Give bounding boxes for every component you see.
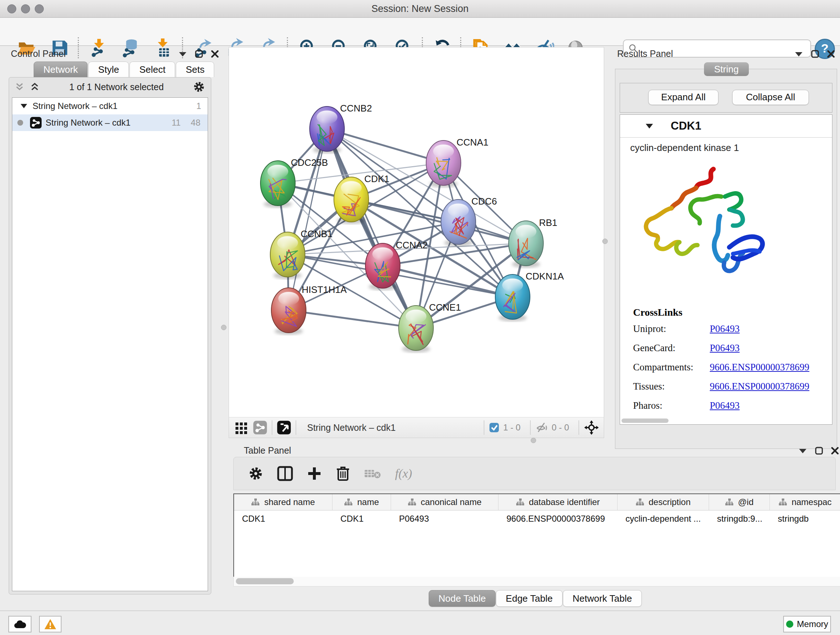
float-panel-icon[interactable] xyxy=(798,448,807,454)
column-header-database-identifier[interactable]: database identifier xyxy=(499,494,617,510)
birdseye-icon[interactable] xyxy=(277,420,291,435)
tree-expand-icon[interactable] xyxy=(20,103,27,109)
maximize-panel-icon[interactable] xyxy=(815,447,823,455)
control-panel-tabs: NetworkStyleSelectSets xyxy=(34,62,215,77)
network-edge[interactable] xyxy=(327,129,416,328)
table-hscroll-thumb[interactable] xyxy=(236,578,294,584)
cloud-icon xyxy=(13,619,27,629)
collapse-entry-icon[interactable] xyxy=(645,123,653,129)
network-node-count: 11 xyxy=(172,118,180,128)
network-node-label: CDC25B xyxy=(291,157,328,168)
split-columns-icon[interactable] xyxy=(277,466,293,481)
share-view-icon[interactable] xyxy=(253,420,267,435)
column-tree-icon xyxy=(636,498,644,506)
crosslink-link[interactable]: P06493 xyxy=(710,342,740,354)
float-panel-icon[interactable] xyxy=(794,51,803,57)
control-tab-style[interactable]: Style xyxy=(88,62,129,77)
warnings-button[interactable] xyxy=(39,616,62,632)
network-node-label: CCNA2 xyxy=(396,240,428,250)
close-panel-icon[interactable] xyxy=(831,447,839,455)
close-panel-icon[interactable] xyxy=(211,50,219,58)
network-node-label: CCNB1 xyxy=(301,228,332,239)
crosslink-link[interactable]: 9606.ENSP00000378699 xyxy=(710,362,809,373)
control-tab-sets[interactable]: Sets xyxy=(176,62,214,77)
crosslink-label: GeneCard: xyxy=(633,342,710,354)
warning-icon xyxy=(44,619,57,630)
gene-description: cyclin-dependent kinase 1 xyxy=(630,142,739,154)
crosslink-row: Uniprot:P06493 xyxy=(633,323,821,334)
selected-checkbox-icon[interactable] xyxy=(489,422,500,433)
table-tab-edge-table[interactable]: Edge Table xyxy=(496,590,562,607)
network-node-label: CDKN1A xyxy=(526,271,564,282)
float-panel-icon[interactable] xyxy=(178,51,187,57)
gene-header-row[interactable]: CDK1 xyxy=(620,115,832,138)
maximize-panel-icon[interactable] xyxy=(811,50,819,58)
network-collection-row[interactable]: String Network – cdk1 1 xyxy=(12,98,208,114)
crosslink-link[interactable]: 9606.ENSP00000378699 xyxy=(710,381,809,392)
column-header-canonical-name[interactable]: canonical name xyxy=(391,494,499,510)
add-column-icon[interactable] xyxy=(307,466,322,481)
table-cell[interactable]: cyclin-dependent ... xyxy=(617,510,709,527)
column-tree-icon xyxy=(778,498,787,506)
node-table: shared namenamecanonical namedatabase id… xyxy=(233,494,840,578)
table-cell[interactable]: stringdb xyxy=(770,510,840,527)
network-edge[interactable] xyxy=(289,310,416,328)
results-panel-title: Results Panel xyxy=(617,49,673,59)
control-tab-select[interactable]: Select xyxy=(129,62,175,77)
delete-column-icon[interactable] xyxy=(336,466,350,481)
table-row[interactable]: CDK1CDK1P064939606.ENSP00000378699cyclin… xyxy=(234,510,840,527)
close-panel-icon[interactable] xyxy=(827,50,835,58)
hidden-eye-icon xyxy=(535,421,549,434)
column-header--id[interactable]: @id xyxy=(709,494,770,510)
results-tab-string[interactable]: String xyxy=(704,62,749,76)
network-tree: String Network – cdk1 1 String Network –… xyxy=(12,97,208,591)
table-cell[interactable]: P06493 xyxy=(391,510,499,527)
column-header-namespac[interactable]: namespac xyxy=(770,494,840,510)
pan-crosshair-icon[interactable] xyxy=(584,420,600,435)
table-cell[interactable]: CDK1 xyxy=(332,510,391,527)
maximize-panel-icon[interactable] xyxy=(195,50,203,58)
column-tree-icon xyxy=(344,498,353,506)
crosslink-link[interactable]: P06493 xyxy=(710,323,740,334)
crosslinks-heading: CrossLinks xyxy=(633,307,821,318)
current-network-dot xyxy=(17,120,23,126)
network-tree-container: 1 of 1 Network selected String Network –… xyxy=(9,77,211,594)
column-tree-icon xyxy=(408,498,416,506)
network-canvas[interactable]: CCNB2CCNA1CDC25BCDK1CDC6RB1CCNB1CCNA2CDK… xyxy=(229,47,604,418)
crosslink-label: Uniprot: xyxy=(633,323,710,334)
network-edge[interactable] xyxy=(289,129,327,310)
table-cell[interactable]: stringdb:9... xyxy=(709,510,770,527)
crosslink-link[interactable]: P06493 xyxy=(710,400,740,411)
network-node-label: HIST1H1A xyxy=(302,284,347,295)
network-row-selected[interactable]: String Network – cdk1 11 48 xyxy=(12,114,208,131)
collapse-all-button[interactable]: Collapse All xyxy=(732,90,809,105)
table-settings-gear-icon[interactable] xyxy=(248,466,264,481)
gear-icon[interactable] xyxy=(193,81,205,93)
right-splitter-handle[interactable] xyxy=(602,239,608,244)
column-header-name[interactable]: name xyxy=(332,494,391,510)
column-header-description[interactable]: description xyxy=(617,494,709,510)
memory-button[interactable]: Memory xyxy=(783,616,831,632)
network-selection-status: 1 of 1 Network selected xyxy=(40,82,193,92)
table-cell[interactable]: CDK1 xyxy=(234,510,332,527)
string-results-container: Expand All Collapse All CDK1 cyclin-depe… xyxy=(615,69,837,449)
grid-view-icon[interactable] xyxy=(234,420,248,435)
table-tab-network-table[interactable]: Network Table xyxy=(563,590,642,607)
window-title: Session: New Session xyxy=(0,3,840,14)
expand-all-icon[interactable] xyxy=(29,81,40,92)
column-header-shared-name[interactable]: shared name xyxy=(234,494,332,510)
netbar-separator xyxy=(272,420,272,435)
cloud-button[interactable] xyxy=(8,616,32,632)
table-cell[interactable]: 9606.ENSP00000378699 xyxy=(499,510,617,527)
table-hscrollbar[interactable] xyxy=(233,577,840,586)
control-tab-network[interactable]: Network xyxy=(34,62,88,77)
left-splitter-handle[interactable] xyxy=(221,325,226,330)
crosslinks-section: CrossLinks Uniprot:P06493GeneCard:P06493… xyxy=(633,307,821,419)
column-tree-icon xyxy=(251,498,260,506)
expand-all-button[interactable]: Expand All xyxy=(648,90,718,105)
table-tab-node-table[interactable]: Node Table xyxy=(429,590,496,607)
network-edge[interactable] xyxy=(327,129,444,163)
results-hscroll-thumb[interactable] xyxy=(622,418,668,423)
network-node-label: CDC6 xyxy=(471,196,497,207)
collapse-all-icon[interactable] xyxy=(14,81,25,92)
